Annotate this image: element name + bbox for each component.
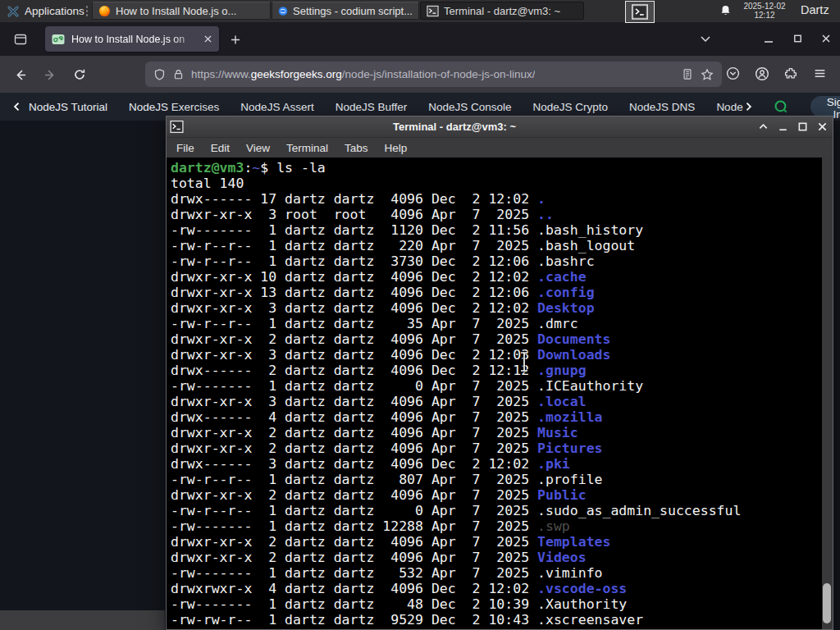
- terminal-titlebar[interactable]: Terminal - dartz@vm3: ~: [167, 116, 833, 137]
- url-bar[interactable]: https://www.geeksforgeeks.org/node-js/in…: [145, 62, 722, 87]
- extensions-puzzle-icon[interactable]: [784, 66, 798, 80]
- terminal-minimize-button[interactable]: [776, 120, 790, 134]
- nav-scroll-left-icon[interactable]: [11, 101, 22, 112]
- terminal-line: drwxr-xr-x 2 dartz dartz 4096 Apr 7 2025…: [171, 534, 833, 550]
- menu-file[interactable]: File: [176, 142, 194, 154]
- window-minimize-button[interactable]: [763, 32, 774, 45]
- lock-icon[interactable]: [173, 68, 184, 80]
- forward-button[interactable]: [39, 63, 62, 86]
- terminal-line: drwxr-xr-x 3 dartz dartz 4096 Apr 7 2025…: [171, 394, 833, 409]
- nav-item-truncated[interactable]: Node: [716, 101, 742, 113]
- new-tab-button[interactable]: [226, 30, 245, 48]
- clock-time: 12:12: [737, 11, 792, 20]
- taskbar-window-firefox[interactable]: How to Install Node.js o...: [92, 2, 271, 20]
- applications-menu-button[interactable]: Applications: [3, 2, 91, 21]
- panel-clock[interactable]: 2025-12-02 12:12: [737, 2, 792, 21]
- listing-directory-name: Public: [537, 487, 587, 503]
- nav-item-buffer[interactable]: NodeJS Buffer: [336, 101, 408, 113]
- terminal-line: -rw-rw-r-- 1 dartz dartz 9529 Dec 2 10:4…: [171, 612, 833, 628]
- reader-mode-icon[interactable]: [682, 68, 693, 80]
- codium-icon: [278, 5, 288, 17]
- listing-file-name: .dmrc: [537, 316, 578, 331]
- panel-handle: [84, 4, 89, 18]
- terminal-line: drwx------ 2 dartz dartz 4096 Dec 2 12:1…: [171, 363, 833, 378]
- terminal-maximize-button[interactable]: [796, 120, 810, 134]
- listing-directory-name: .config: [537, 285, 595, 300]
- tracking-shield-icon[interactable]: [153, 68, 166, 81]
- clock-date: 2025-12-02: [737, 2, 792, 11]
- nav-scroll-right-icon[interactable]: [743, 101, 754, 112]
- browser-tab[interactable]: How to Install Node.js on: [45, 26, 219, 52]
- firefox-view-button[interactable]: [8, 30, 33, 49]
- terminal-line: drwx------ 17 dartz dartz 4096 Dec 2 12:…: [171, 191, 833, 207]
- desktop: Applications How to Install Node.js o...…: [0, 0, 840, 630]
- notifications-bell-icon[interactable]: [719, 4, 732, 17]
- listing-directory-name: Music: [537, 425, 578, 441]
- terminal-line: drwxr-xr-x 3 dartz dartz 4096 Dec 2 12:0…: [171, 347, 833, 363]
- browser-tab-bar: How to Install Node.js on: [0, 22, 840, 56]
- listing-file-name: .swp: [537, 518, 570, 534]
- listing-directory-name: .pki: [537, 456, 570, 472]
- terminal-shade-button[interactable]: [756, 120, 770, 134]
- terminal-line: -rw------- 1 dartz dartz 1120 Dec 2 11:5…: [171, 222, 833, 238]
- applications-label: Applications: [25, 5, 84, 17]
- menu-help[interactable]: Help: [385, 142, 408, 154]
- window-maximize-button[interactable]: [792, 29, 803, 48]
- nav-item-crypto[interactable]: NodeJS Crypto: [533, 101, 609, 113]
- listing-file-name: .sudo_as_admin_successful: [537, 503, 741, 518]
- prompt-path: ~: [252, 160, 260, 176]
- menu-hamburger-icon[interactable]: [813, 66, 827, 80]
- bookmark-star-icon[interactable]: [701, 68, 714, 81]
- terminal-line: drwxr-xr-x 2 dartz dartz 4096 Apr 7 2025…: [171, 487, 833, 503]
- pocket-icon[interactable]: [726, 66, 740, 80]
- url-scheme: https://www.: [191, 68, 251, 80]
- tray-terminal-launcher[interactable]: [625, 1, 655, 23]
- applications-icon: [7, 5, 20, 18]
- terminal-window: Terminal - dartz@vm3: ~ File Edit View: [166, 116, 833, 630]
- terminal-close-button[interactable]: [815, 120, 829, 134]
- listing-file-name: .bash_history: [537, 222, 643, 238]
- nav-item-tutorial[interactable]: NodeJS Tutorial: [29, 101, 107, 113]
- terminal-line: drwxr-xr-x 13 dartz dartz 4096 Dec 2 12:…: [171, 285, 833, 300]
- terminal-prompt-line: dartz@vm3:~$ ls -la: [171, 160, 833, 176]
- tab-close-icon[interactable]: [203, 34, 212, 43]
- nav-item-dns[interactable]: NodeJS DNS: [629, 101, 695, 113]
- account-icon[interactable]: [755, 66, 769, 81]
- nav-item-exercises[interactable]: NodeJS Exercises: [129, 101, 219, 113]
- listing-directory-name: Desktop: [537, 300, 595, 316]
- taskbar-window-title: How to Install Node.js o...: [116, 5, 236, 17]
- listing-directory-name: .local: [537, 394, 587, 409]
- listing-directory-name: .gnupg: [537, 363, 587, 378]
- terminal-line: drwxr-xr-x 2 dartz dartz 4096 Apr 7 2025…: [171, 331, 833, 347]
- ibeam-cursor: [518, 351, 530, 372]
- terminal-line: drwxr-xr-x 2 dartz dartz 4096 Apr 7 2025…: [171, 441, 833, 456]
- window-close-button[interactable]: [820, 29, 832, 48]
- terminal-icon: [427, 5, 439, 17]
- listing-file-name: .xscreensaver: [537, 612, 643, 628]
- taskbar-window-title: Settings - codium script...: [293, 5, 413, 17]
- listing-directory-name: Templates: [537, 534, 610, 550]
- terminal-line: -rw-r--r-- 1 dartz dartz 220 Apr 7 2025 …: [171, 238, 833, 253]
- prompt-colon: :: [244, 160, 252, 176]
- menu-edit[interactable]: Edit: [211, 142, 230, 154]
- terminal-scrollbar-thumb[interactable]: [823, 583, 831, 623]
- sign-in-button[interactable]: Sign In: [810, 96, 840, 117]
- reload-button[interactable]: [68, 63, 91, 86]
- listing-directory-name: .cache: [537, 269, 587, 285]
- firefox-view-icon: [13, 33, 28, 46]
- menu-view[interactable]: View: [246, 142, 270, 154]
- site-search-icon[interactable]: [774, 99, 789, 115]
- taskbar-window-codium[interactable]: Settings - codium script...: [272, 2, 419, 20]
- terminal-scrollbar[interactable]: [822, 158, 833, 629]
- nav-item-assert[interactable]: NodeJS Assert: [240, 101, 313, 113]
- list-all-tabs-button[interactable]: [699, 29, 712, 48]
- back-button[interactable]: [9, 63, 32, 86]
- terminal-line: -rw-r--r-- 1 dartz dartz 35 Apr 7 2025 .…: [171, 316, 833, 331]
- terminal-screen[interactable]: dartz@vm3:~$ ls -la total 140 drwx------…: [167, 158, 833, 629]
- nav-item-console[interactable]: NodeJS Console: [428, 101, 511, 113]
- firefox-icon: [98, 5, 111, 17]
- menu-tabs[interactable]: Tabs: [345, 142, 368, 154]
- menu-terminal[interactable]: Terminal: [286, 142, 328, 154]
- terminal-line: -rw-r--r-- 1 dartz dartz 807 Apr 7 2025 …: [171, 472, 833, 487]
- taskbar-window-terminal[interactable]: Terminal - dartz@vm3: ~: [420, 2, 584, 20]
